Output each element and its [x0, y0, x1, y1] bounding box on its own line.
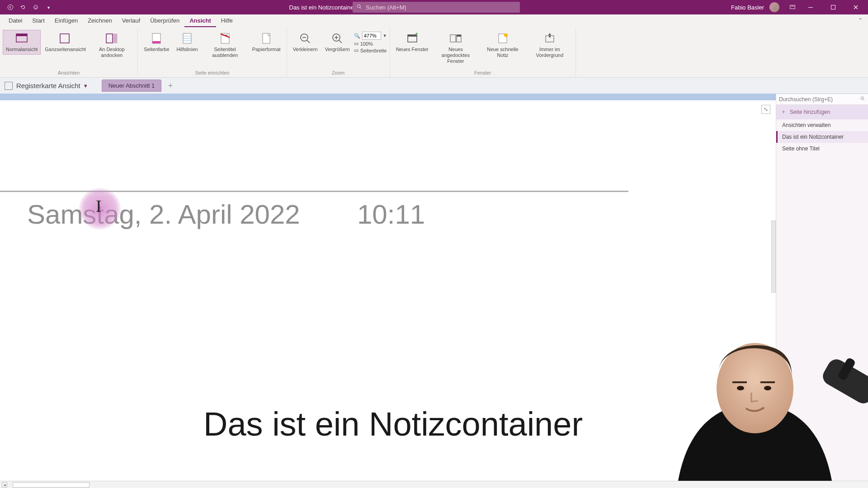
back-icon[interactable]	[6, 3, 14, 11]
ribbon-zoomin-button[interactable]: Vergrößern	[322, 30, 353, 55]
page-search[interactable]	[776, 94, 868, 105]
note-body[interactable]: Das ist ein Notizcontainer	[203, 405, 583, 443]
add-page-button[interactable]: ＋ Seite hinzufügen	[776, 105, 868, 119]
menu-hilfe[interactable]: Hilfe	[216, 15, 238, 27]
zoomin-icon	[331, 32, 344, 45]
svg-rect-46	[760, 381, 775, 383]
notebook-dropdown-icon[interactable]: ▼	[83, 83, 88, 89]
maximize-button[interactable]	[825, 0, 842, 14]
page-time[interactable]: 10:11	[357, 199, 425, 230]
page-date[interactable]: Samstag, 2. April 2022	[27, 199, 300, 230]
dock-icon	[105, 32, 118, 45]
ribbon-newwin-label: Neues Fenster	[396, 47, 429, 52]
svg-rect-36	[457, 35, 461, 37]
menu-start[interactable]: Start	[27, 15, 49, 27]
page-list-item[interactable]: Seite ohne Titel	[776, 143, 868, 155]
vertical-scrollbar[interactable]	[771, 221, 776, 293]
ribbon-ontop-button[interactable]: Immer im Vordergrund	[527, 30, 573, 61]
section-tab[interactable]: Neuer Abschnitt 1	[102, 80, 162, 92]
qat-customize-icon[interactable]: ▾	[44, 3, 52, 11]
ribbon-newdock-button[interactable]: Neues angedocktes Fenster	[433, 30, 479, 67]
ribbon-newwin-button[interactable]: +Neues Fenster	[393, 30, 432, 55]
zoom-input[interactable]	[362, 32, 381, 40]
add-section-button[interactable]: ＋	[167, 81, 174, 90]
menu-ansicht[interactable]: Ansicht	[184, 15, 216, 27]
svg-rect-6	[791, 6, 794, 6]
scroll-left-icon[interactable]: ◂	[2, 482, 7, 488]
search-box[interactable]: Suchen (Alt+M)	[353, 2, 520, 13]
ribbon-dock-button[interactable]: An Desktop andocken	[89, 30, 135, 61]
page-icon: ▭	[354, 41, 359, 47]
title-underline	[0, 191, 628, 192]
normal-icon	[15, 32, 28, 45]
svg-rect-11	[60, 34, 69, 43]
ribbon-zoomout-label: Verkleinern	[293, 47, 318, 52]
canvas-top-strip	[0, 94, 776, 100]
user-avatar[interactable]	[769, 2, 779, 12]
ribbon-ontop-label: Immer im Vordergrund	[530, 47, 570, 58]
undo-icon[interactable]	[19, 3, 27, 11]
zoom-100-button[interactable]: ▭100%	[354, 41, 387, 47]
papersize-icon	[260, 32, 273, 45]
svg-point-41	[861, 97, 863, 99]
newdock-icon	[449, 32, 462, 45]
ribbon-zoomout-button[interactable]: Verkleinern	[290, 30, 321, 55]
svg-rect-23	[263, 33, 270, 43]
status-bar: ◂	[0, 481, 868, 488]
ribbon-group-label: Fenster	[474, 70, 491, 76]
svg-rect-10	[16, 34, 27, 36]
zoom-value-row[interactable]: 🔍▼	[354, 32, 387, 40]
notebook-title[interactable]: Registerkarte Ansicht	[16, 82, 80, 89]
ribbon-normal-button[interactable]: Normalansicht	[3, 30, 41, 55]
ribbon-group-ansichten: NormalansichtGanzseitenansichtAn Desktop…	[0, 27, 138, 77]
svg-rect-34	[450, 35, 456, 42]
svg-rect-15	[152, 41, 160, 43]
ribbon-hidetitle-button[interactable]: Seitentitel ausblenden	[202, 30, 248, 61]
ribbon-group-fenster: +Neues FensterNeues angedocktes FensterN…	[390, 27, 576, 77]
rulelines-icon	[181, 32, 193, 45]
expand-page-icon[interactable]: ⤡	[761, 105, 770, 114]
ribbon-rulelines-button[interactable]: Hilfslinien	[174, 30, 201, 55]
minimize-button[interactable]	[802, 0, 819, 14]
menu-datei[interactable]: Datei	[4, 15, 27, 27]
ribbon-display-icon[interactable]	[788, 3, 797, 11]
menu-einfügen[interactable]: Einfügen	[50, 15, 83, 27]
ribbon-quicknote-button[interactable]: Neue schnelle Notiz	[480, 30, 526, 61]
ribbon-papersize-button[interactable]: Papierformat	[249, 30, 284, 55]
svg-rect-45	[732, 381, 747, 383]
menu-überprüfen[interactable]: Überprüfen	[145, 15, 184, 27]
user-name[interactable]: Fabio Basler	[731, 4, 764, 11]
svg-rect-47	[820, 356, 868, 407]
quicknote-icon	[496, 32, 509, 45]
ribbon-dock-label: An Desktop andocken	[92, 47, 132, 58]
chevron-down-icon[interactable]: ▼	[383, 33, 387, 38]
menu-zeichnen[interactable]: Zeichnen	[83, 15, 117, 27]
zoom-width-button[interactable]: ▭Seitenbreite	[354, 47, 387, 53]
ribbon-fullpage-button[interactable]: Ganzseitenansicht	[42, 30, 88, 55]
fullpage-icon	[58, 32, 71, 45]
search-icon	[860, 96, 865, 103]
notebook-bar: Registerkarte Ansicht ▼ Neuer Abschnitt …	[0, 78, 868, 94]
svg-rect-13	[113, 34, 117, 43]
ribbon-hidetitle-label: Seitentitel ausblenden	[205, 47, 245, 58]
ribbon-pagecolor-button[interactable]: Seitenfarbe	[141, 30, 172, 55]
touch-mode-icon[interactable]	[32, 3, 40, 11]
collapse-ribbon-icon[interactable]: ⌃	[858, 17, 863, 23]
width-icon: ▭	[354, 47, 359, 53]
svg-point-2	[35, 6, 35, 7]
ribbon-rulelines-label: Hilfslinien	[177, 47, 198, 52]
ribbon-pagecolor-label: Seitenfarbe	[144, 47, 169, 52]
horizontal-scrollbar[interactable]	[13, 482, 90, 488]
menu-verlauf[interactable]: Verlauf	[117, 15, 145, 27]
newwin-icon: +	[406, 32, 419, 45]
page-search-input[interactable]	[779, 96, 857, 103]
title-bar: ▾ Das ist ein Notizcontainer - OneNote S…	[0, 0, 868, 14]
magnifier-icon: 🔍	[354, 33, 360, 39]
close-button[interactable]	[847, 0, 864, 14]
ribbon-quicknote-label: Neue schnelle Notiz	[483, 47, 523, 58]
page-list-item[interactable]: Das ist ein Notizcontainer	[776, 131, 868, 143]
page-list-item[interactable]: Ansichten verwalten	[776, 119, 868, 131]
svg-line-30	[339, 40, 342, 43]
ribbon-group-label: Ansichten	[58, 70, 80, 76]
ribbon-zoomin-label: Vergrößern	[325, 47, 350, 52]
